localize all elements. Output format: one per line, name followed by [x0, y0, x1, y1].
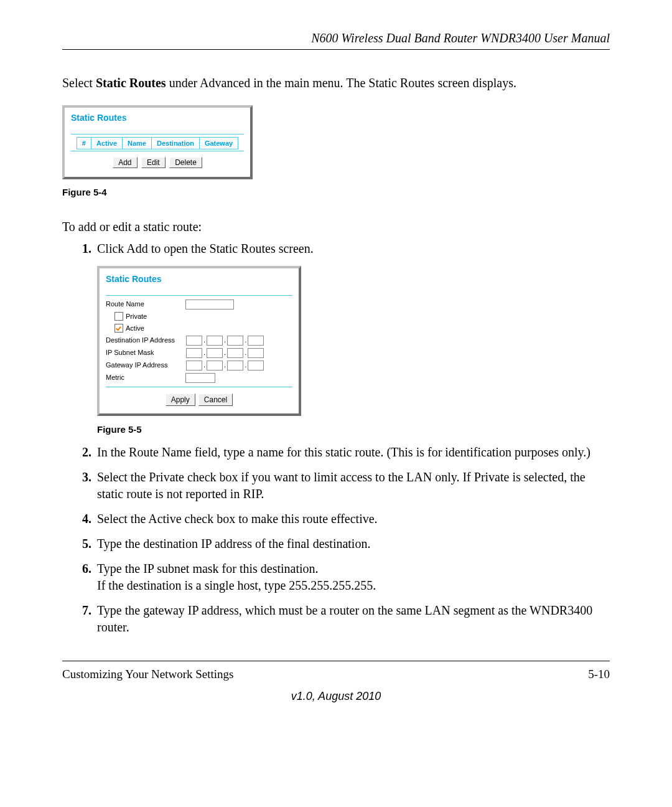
- label-active: Active: [126, 324, 144, 333]
- label-dest-ip: Destination IP Address: [106, 336, 185, 345]
- delete-button[interactable]: Delete: [169, 157, 202, 168]
- figure-5-5-caption: Figure 5-5: [97, 423, 610, 436]
- figure-5-4-caption: Figure 5-4: [62, 187, 610, 197]
- step4-pre: Select the: [97, 512, 148, 526]
- step-list: Click Add to open the Static Routes scre…: [62, 240, 610, 636]
- step7-text: Type the gateway IP address, which must …: [97, 603, 592, 634]
- step1-pre: Click: [97, 242, 126, 255]
- panel2-title: Static Routes: [106, 273, 292, 285]
- step1-post: to open the Static Routes screen.: [148, 242, 314, 255]
- gw-oct2[interactable]: [207, 361, 223, 370]
- gw-oct3[interactable]: [227, 361, 243, 370]
- dest-ip-oct2[interactable]: [207, 336, 223, 346]
- step5-text: Type the destination IP address of the f…: [97, 537, 370, 550]
- gw-oct1[interactable]: [186, 361, 202, 370]
- private-checkbox[interactable]: [114, 312, 123, 321]
- intro-post: under Advanced in the main menu. The Sta…: [166, 76, 516, 90]
- step-7: Type the gateway IP address, which must …: [95, 602, 610, 636]
- step3-pre: Select the: [97, 470, 149, 484]
- step-3: Select the Private check box if you want…: [95, 469, 610, 503]
- panel1-title: Static Routes: [71, 113, 244, 123]
- page-footer: Customizing Your Network Settings 5-10 v…: [62, 661, 610, 703]
- dest-ip-oct3[interactable]: [227, 336, 243, 346]
- step-6: Type the IP subnet mask for this destina…: [95, 560, 610, 594]
- label-route-name: Route Name: [106, 300, 185, 309]
- step-4: Select the Active check box to make this…: [95, 511, 610, 527]
- label-metric: Metric: [106, 373, 185, 382]
- col-active: Active: [91, 138, 122, 149]
- col-num: #: [77, 138, 91, 149]
- dest-ip-oct4[interactable]: [248, 336, 264, 346]
- intro-paragraph: Select Static Routes under Advanced in t…: [62, 75, 610, 92]
- static-routes-form-panel: Static Routes Route Name Private Active …: [97, 266, 301, 416]
- add-button[interactable]: Add: [113, 157, 137, 168]
- footer-right: 5-10: [588, 668, 610, 681]
- col-destination: Destination: [151, 138, 199, 149]
- cancel-button[interactable]: Cancel: [198, 394, 233, 406]
- route-name-input[interactable]: [185, 300, 234, 309]
- label-private: Private: [126, 312, 147, 321]
- step-5: Type the destination IP address of the f…: [95, 536, 610, 552]
- step4-bold: Active: [148, 512, 181, 526]
- subnet-oct3[interactable]: [227, 348, 243, 358]
- intro-bold: Static Routes: [96, 76, 166, 90]
- step1-bold: Add: [126, 242, 147, 255]
- edit-button[interactable]: Edit: [141, 157, 166, 168]
- step-2: In the Route Name field, type a name for…: [95, 444, 610, 461]
- step4-post: check box to make this route effective.: [182, 512, 378, 526]
- col-name: Name: [123, 138, 152, 149]
- apply-button[interactable]: Apply: [166, 394, 195, 406]
- intro2: To add or edit a static route:: [62, 220, 610, 234]
- subnet-oct1[interactable]: [186, 348, 202, 358]
- label-gateway: Gateway IP Address: [106, 361, 185, 370]
- active-checkbox[interactable]: [114, 324, 123, 333]
- step2-bold: Route Name: [129, 445, 192, 459]
- footer-left: Customizing Your Network Settings: [62, 668, 234, 681]
- step2-pre: In the: [97, 445, 129, 459]
- page-header: N600 Wireless Dual Band Router WNDR3400 …: [62, 31, 610, 50]
- routes-table: # Active Name Destination Gateway: [77, 137, 238, 149]
- step6-text: Type the IP subnet mask for this destina…: [97, 562, 376, 592]
- step-1: Click Add to open the Static Routes scre…: [95, 240, 610, 436]
- gw-oct4[interactable]: [248, 361, 264, 370]
- subnet-oct2[interactable]: [207, 348, 223, 358]
- intro-pre: Select: [62, 76, 96, 90]
- subnet-oct4[interactable]: [248, 348, 264, 358]
- step3-bold: Private: [149, 470, 184, 484]
- static-routes-list-panel: Static Routes # Active Name Destination …: [62, 105, 253, 179]
- dest-ip-oct1[interactable]: [186, 336, 202, 346]
- col-gateway: Gateway: [199, 138, 238, 149]
- metric-input[interactable]: [185, 373, 215, 383]
- step2-post: field, type a name for this static route…: [192, 445, 590, 459]
- footer-center: v1.0, August 2010: [62, 690, 610, 703]
- label-subnet: IP Subnet Mask: [106, 348, 185, 357]
